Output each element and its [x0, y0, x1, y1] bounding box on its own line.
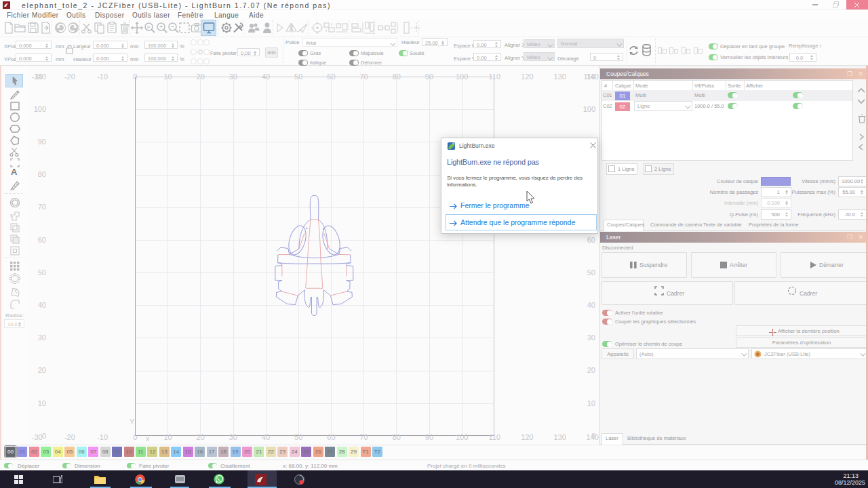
svg-text:P: P — [147, 25, 151, 30]
